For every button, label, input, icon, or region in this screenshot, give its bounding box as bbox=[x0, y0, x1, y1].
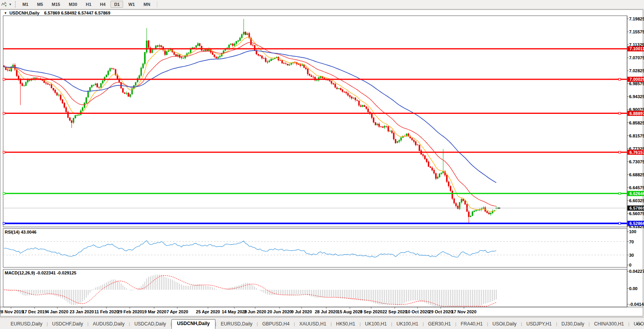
price-tick-label: 6.56075 bbox=[629, 211, 644, 216]
date-tick-label: 25 Apr 2020 bbox=[196, 309, 220, 314]
hline-anchor-square[interactable] bbox=[3, 112, 5, 114]
ma-mid-line bbox=[4, 42, 496, 206]
date-tick-label: 3 Sep 2020 bbox=[360, 309, 383, 314]
price-badge-label: 6.88897 bbox=[629, 111, 644, 116]
hline-anchor-square[interactable] bbox=[619, 192, 621, 194]
price-tick-label: 6.85825 bbox=[629, 121, 644, 125]
price-axis: 7.198257.155757.113257.070757.028256.985… bbox=[627, 16, 644, 229]
panel-frames bbox=[0, 16, 643, 307]
rsi-line bbox=[4, 241, 496, 257]
price-badge-label: 7.10011 bbox=[629, 46, 644, 51]
hline-anchor-square[interactable] bbox=[619, 222, 621, 224]
price-tick-label: 6.81575 bbox=[629, 133, 644, 138]
price-tick-label: 7.02825 bbox=[629, 68, 644, 73]
date-axis: 28 Nov 201917 Dec 20194 Jan 202023 Jan 2… bbox=[0, 307, 477, 314]
price-tick-label: 6.73075 bbox=[629, 159, 644, 164]
price-tick-label: 6.68825 bbox=[629, 172, 644, 177]
date-tick-label: 2 Jun 2020 bbox=[244, 309, 266, 314]
date-tick-label: 17 Nov 2020 bbox=[451, 309, 477, 314]
macd-panel: 0.0422750.00-0.04148 bbox=[4, 269, 644, 307]
horizontal-lines bbox=[3, 49, 627, 224]
rsi-tick-label: 30 bbox=[629, 253, 634, 258]
hline-anchor-square[interactable] bbox=[3, 192, 5, 194]
hline-anchor-square[interactable] bbox=[3, 222, 5, 224]
date-tick-label: 17 Dec 2019 bbox=[22, 309, 47, 314]
date-tick-label: 9 Jul 2020 bbox=[291, 309, 312, 314]
price-badge-label: 6.76157 bbox=[629, 150, 644, 155]
date-tick-label: 29 Feb 2020 bbox=[118, 309, 142, 314]
price-badge-label: 6.57869 bbox=[629, 206, 644, 210]
main-panel-frame bbox=[3, 16, 627, 227]
rsi-indicator-label: RSI(14) 43.0046 bbox=[5, 230, 37, 234]
rsi-tick-label: 0 bbox=[629, 263, 631, 267]
ma-fast-line bbox=[4, 37, 496, 212]
price-badge-label: 6.52866 bbox=[629, 221, 644, 226]
date-tick-label: 22 Sep 2020 bbox=[383, 309, 407, 314]
chart-symbol-title: USDCNH,Daily bbox=[9, 11, 39, 15]
macd-tick-label: 0.042275 bbox=[629, 269, 644, 274]
price-tick-label: 7.19825 bbox=[629, 16, 644, 21]
price-tick-label: 6.60325 bbox=[629, 198, 644, 203]
chart-title-bar: ▼ USDCNH,Daily 6.57869 6.58492 6.57447 6… bbox=[3, 10, 110, 16]
macd-indicator-label: MACD(12,26,9) -0.022341 -0.029125 bbox=[5, 271, 76, 275]
date-tick-label: 19 Mar 2020 bbox=[142, 309, 166, 314]
rsi-tick-label: 70 bbox=[629, 239, 634, 244]
date-tick-label: 4 Jan 2020 bbox=[46, 309, 68, 314]
date-tick-label: 10 Oct 2020 bbox=[405, 309, 429, 314]
macd-signal-line bbox=[4, 276, 496, 306]
hline-anchor-square[interactable] bbox=[619, 112, 621, 114]
macd-tick-label: -0.04148 bbox=[629, 302, 644, 307]
hline-anchor-square[interactable] bbox=[3, 79, 5, 80]
price-tick-label: 6.94325 bbox=[629, 94, 644, 99]
date-tick-label: 7 Apr 2020 bbox=[166, 309, 188, 314]
hline-anchor-square[interactable] bbox=[619, 151, 621, 153]
rsi-panel: 10070300 bbox=[3, 229, 636, 267]
candlesticks bbox=[3, 19, 497, 223]
date-tick-label: 29 Oct 2020 bbox=[429, 309, 453, 314]
date-tick-label: 28 Nov 2019 bbox=[0, 309, 24, 314]
rsi-panel-frame bbox=[3, 228, 627, 267]
date-tick-label: 11 Feb 2020 bbox=[94, 309, 119, 314]
date-tick-label: 14 May 2020 bbox=[222, 309, 247, 314]
collapse-triangle-icon[interactable]: ▼ bbox=[4, 11, 7, 15]
hline-anchor-square[interactable] bbox=[619, 79, 621, 80]
macd-tick-label: 0.00 bbox=[629, 286, 637, 291]
date-tick-label: 28 Jul 2020 bbox=[315, 309, 338, 314]
macd-panel-frame bbox=[3, 269, 627, 307]
price-tick-label: 6.98575 bbox=[629, 81, 644, 86]
price-tick-label: 7.07075 bbox=[629, 55, 644, 60]
price-tick-label: 7.15575 bbox=[629, 29, 644, 34]
ma-slow-line bbox=[4, 51, 496, 183]
price-badge-label: 6.62646 bbox=[629, 191, 644, 196]
price-chart-svg: 7.198257.155757.113257.070757.028256.985… bbox=[0, 0, 644, 329]
date-tick-label: 20 Jun 2020 bbox=[267, 309, 292, 314]
date-tick-label: 23 Jan 2020 bbox=[70, 309, 94, 314]
price-tick-label: 6.64575 bbox=[629, 185, 644, 190]
date-tick-label: 15 Aug 2020 bbox=[337, 309, 362, 314]
rsi-tick-label: 100 bbox=[629, 229, 636, 234]
price-badge-label: 7.00029 bbox=[629, 77, 644, 82]
chart-ohlc-values: 6.57869 6.58492 6.57447 6.57869 bbox=[44, 11, 110, 15]
hline-anchor-square[interactable] bbox=[3, 151, 5, 153]
